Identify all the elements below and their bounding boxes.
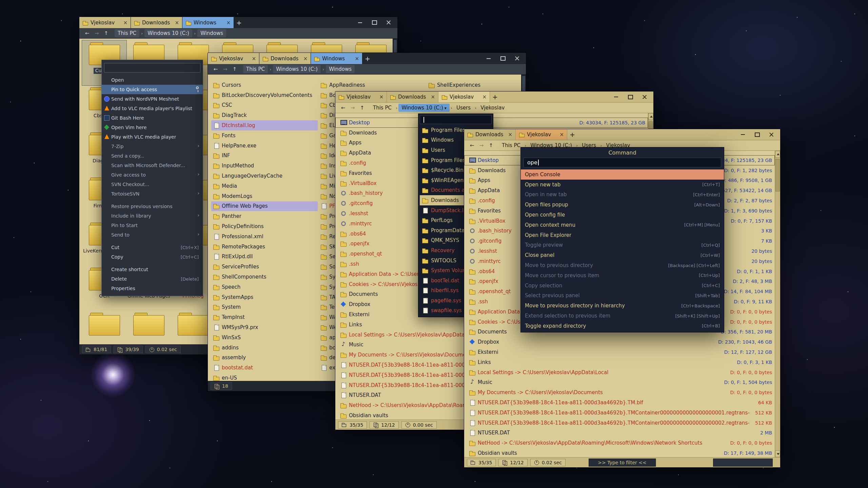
file-row[interactable]: DiagTrack <box>211 110 318 120</box>
command-search-input[interactable]: ope <box>524 158 721 167</box>
breadcrumb-item[interactable]: This PC <box>115 29 139 37</box>
file-row[interactable]: ServiceProfiles <box>211 262 318 272</box>
file-row[interactable]: DtcInstall.log <box>211 120 318 130</box>
context-menu-item[interactable]: Properties <box>102 284 203 293</box>
file-row[interactable]: CSC <box>211 100 318 110</box>
file-row[interactable]: Offline Web Pages <box>211 201 318 211</box>
context-menu-item[interactable]: Add to VLC media player's Playlist <box>102 104 203 113</box>
tab[interactable]: Vjekoslav <box>208 53 259 64</box>
file-row[interactable]: RtlExUpd.dll <box>211 252 318 262</box>
tab[interactable]: Vjekoslav <box>79 17 131 28</box>
file-row[interactable]: AppReadiness <box>319 80 428 90</box>
breadcrumb-item[interactable]: Windows 10 (C:) <box>398 104 450 112</box>
context-menu-item[interactable]: Create shortcut <box>102 265 203 274</box>
breadcrumb-item[interactable]: Windows <box>197 29 226 37</box>
new-tab-button[interactable] <box>490 92 500 102</box>
command-item[interactable]: Toggle preview [Ctrl+Q] <box>521 240 724 250</box>
file-row[interactable]: WinSxS <box>211 332 318 343</box>
new-tab-button[interactable] <box>234 17 244 28</box>
tab-close-icon[interactable] <box>559 131 564 138</box>
file-row[interactable]: Eksterni D: 12, F: 127, 12 GB <box>464 347 775 357</box>
close-button[interactable] <box>382 18 395 27</box>
breadcrumb-item[interactable]: Windows 10 (C:) <box>144 29 192 37</box>
context-menu-item[interactable]: Give access to <box>102 170 203 180</box>
scroll-up-button[interactable] <box>775 151 780 158</box>
back-button[interactable] <box>211 66 220 72</box>
close-button[interactable] <box>638 93 651 101</box>
file-row[interactable]: NetHood -> C:\Users\Vjekoslav\AppData\Ro… <box>464 438 775 448</box>
command-item[interactable]: Extend selection to previous item [Shift… <box>521 311 724 321</box>
maximize-button[interactable] <box>750 130 764 139</box>
maximize-button[interactable] <box>624 93 637 101</box>
file-row[interactable]: NTUSER.DAT{53b39e88-18c4-11ea-a811-000d3… <box>464 408 775 418</box>
minimize-button[interactable] <box>736 130 750 139</box>
maximize-button[interactable] <box>496 54 510 63</box>
file-row[interactable]: assembly <box>211 353 318 363</box>
breadcrumb-item[interactable]: Users <box>453 104 474 112</box>
context-menu-item[interactable] <box>104 199 200 202</box>
close-button[interactable] <box>765 130 778 139</box>
file-row[interactable]: TempInst <box>211 312 318 322</box>
up-button[interactable] <box>102 30 111 36</box>
back-button[interactable] <box>83 30 92 36</box>
scrollbar-thumb[interactable] <box>775 159 780 191</box>
file-row[interactable]: Media <box>211 181 318 191</box>
context-menu-item[interactable]: 7-Zip <box>102 142 203 151</box>
command-item[interactable]: Open new tab [Ctrl+T] <box>521 180 724 190</box>
forward-button[interactable] <box>348 105 357 111</box>
vertical-scrollbar[interactable] <box>775 151 780 457</box>
up-button[interactable] <box>230 66 239 72</box>
context-menu-item[interactable] <box>104 262 200 265</box>
forward-button[interactable] <box>221 66 230 72</box>
context-menu-item[interactable]: Send to <box>102 230 203 240</box>
file-row[interactable]: PolicyDefinitions <box>211 221 318 231</box>
file-row[interactable]: InputMethod <box>211 161 318 171</box>
breadcrumb-item[interactable]: This PC <box>370 104 395 112</box>
tab-close-icon[interactable] <box>175 20 179 26</box>
tab[interactable]: Vjekoslav <box>335 92 387 102</box>
file-row[interactable]: NTUSER.DAT 2 MB <box>464 428 775 438</box>
breadcrumb-item[interactable]: Windows <box>326 65 355 73</box>
file-row[interactable]: Local Settings -> C:\Users\Vjekoslav\App… <box>464 367 775 378</box>
file-row[interactable]: HelpPane.exe <box>211 141 318 151</box>
command-item[interactable]: Open File Explorer <box>521 230 724 240</box>
forward-button[interactable] <box>477 142 486 148</box>
file-row[interactable]: My Documents -> C:\Users\Vjekoslav\Docum… <box>464 387 775 398</box>
tab-close-icon[interactable] <box>508 131 512 138</box>
command-item[interactable]: Open Console <box>521 169 724 180</box>
file-row[interactable]: Links D: 0, F: 3, 1 KB <box>464 357 775 367</box>
context-menu-item[interactable]: Copy [Ctrl+C] <box>102 252 203 262</box>
file-row[interactable]: Cursors <box>211 80 318 90</box>
minimize-button[interactable] <box>482 54 495 63</box>
minimize-button[interactable] <box>353 18 367 27</box>
command-item[interactable]: Move to previous directory [Backspace] [… <box>521 260 724 270</box>
grid-item[interactable] <box>126 311 171 344</box>
breadcrumb-item[interactable]: This PC <box>499 141 524 149</box>
filter-input[interactable]: >> Type to filter << <box>589 459 656 467</box>
context-menu-item[interactable]: Restore previous versions <box>102 202 203 211</box>
file-row[interactable]: NTUSER.DAT{53b39e88-18c4-11ea-a811-000d3… <box>464 398 775 408</box>
close-button[interactable] <box>510 54 524 63</box>
file-row[interactable]: Panther <box>211 211 318 221</box>
file-row[interactable]: SystemApps <box>211 292 318 302</box>
tab[interactable]: Downloads <box>464 129 516 140</box>
status-input-box[interactable] <box>713 459 773 467</box>
file-row[interactable]: Obsidian vaults D: 17, F: 149, 38 MB <box>464 448 775 457</box>
file-row[interactable]: Fonts <box>211 130 318 141</box>
dropdown-filter-input[interactable] <box>420 115 492 124</box>
breadcrumb-item[interactable]: Windows 10 (C:) <box>273 65 321 73</box>
file-row[interactable]: en-US <box>211 373 318 381</box>
file-row[interactable]: ModemLogs <box>211 191 318 201</box>
up-button[interactable] <box>487 142 495 148</box>
file-row[interactable]: WMSysPr9.prx <box>211 322 318 332</box>
context-menu-item[interactable]: Pin to Start <box>102 221 203 230</box>
command-item[interactable]: Open config file <box>521 210 724 220</box>
tab-close-icon[interactable] <box>431 94 435 100</box>
tab-close-icon[interactable] <box>252 56 256 62</box>
breadcrumb-item[interactable]: This PC <box>243 65 268 73</box>
context-menu-item[interactable]: SVN Checkout... <box>102 180 203 189</box>
file-row[interactable]: Music D: 0, F: 1, 504 bytes <box>464 378 775 388</box>
breadcrumb-item[interactable]: Vjekoslav <box>477 104 508 112</box>
file-row[interactable]: Speech <box>211 282 318 292</box>
file-row[interactable]: ShellComponents <box>211 272 318 282</box>
